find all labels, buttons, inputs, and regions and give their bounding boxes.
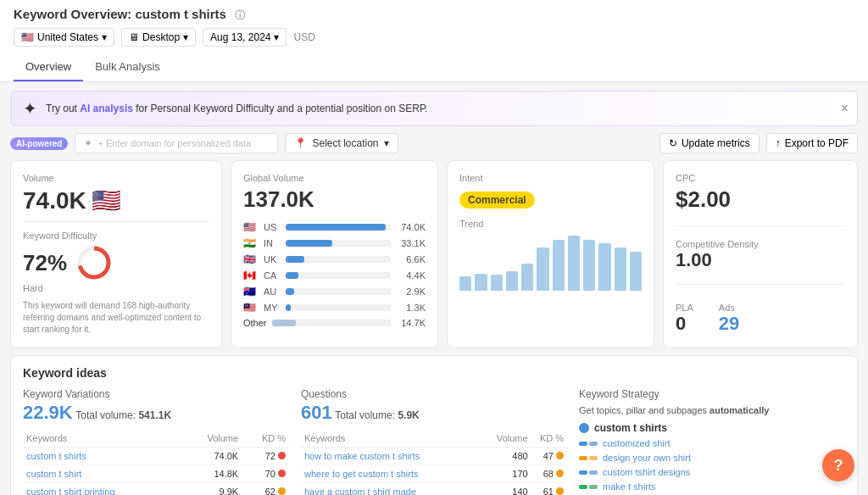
close-banner-button[interactable]: × [841,101,849,116]
keyword-link[interactable]: have a custom t shirt made [304,487,416,495]
intent-badge: Commercial [459,192,535,209]
keyword-cell: custom t shirt [23,465,183,483]
strategy-link[interactable]: custom tshirt designs [603,467,690,477]
kd-cell: 47 [531,448,567,465]
col-header-kd: KD % [531,431,567,448]
kd-dot [278,470,286,477]
bar-background [286,256,391,263]
kd-cell: 70 [242,465,289,483]
bar-background [286,224,391,231]
kd-row: 72% [23,244,209,281]
tab-bulk-analysis[interactable]: Bulk Analysis [83,53,172,81]
strategy-color-bars [579,485,598,489]
date-filter[interactable]: Aug 13, 2024 ▾ [203,28,287,47]
strategy-item: design your own shirt [579,453,845,463]
refresh-icon: ↻ [669,137,677,149]
update-metrics-button[interactable]: ↻ Update metrics [659,133,760,153]
country-flag-icon: 🇲🇾 [243,302,259,314]
domain-input[interactable]: ✦ + Enter domain for personalized data [75,133,278,153]
ideas-grid: Keyword Variations 22.9K Total volume: 5… [23,388,845,495]
global-volume-label: Global Volume [243,173,426,183]
questions-col: Questions 601 Total volume: 5.9K Keyword… [301,388,567,495]
strategy-link[interactable]: customized shirt [603,438,670,448]
strategy-link[interactable]: make t shirts [603,481,655,492]
color-bar-1 [579,485,587,489]
cpc-card: CPC $2.00 Competitive Density 1.00 PLA 0… [663,160,858,348]
ideas-title: Keyword ideas [23,366,845,380]
chevron-down-icon: ▾ [384,137,389,149]
location-select-label: Select location [312,137,378,149]
location-filter[interactable]: 🇺🇸 United States ▾ [14,28,114,47]
trend-bar [506,271,518,291]
kd-cell: 68 [531,465,567,483]
keyword-cell: have a custom t shirt made [301,483,487,496]
color-bar-1 [579,456,587,460]
currency-label: USD [293,31,314,43]
ai-banner-text: Try out AI analysis for Personal Keyword… [46,103,428,114]
volume-label: Volume [23,173,209,183]
location-select[interactable]: 📍 Select location ▾ [285,133,398,153]
trend-bar [553,240,565,291]
trend-chart [459,236,642,291]
bar-value: 1.3K [396,303,426,313]
volume-cell: 14.8K [183,465,242,483]
keyword-link[interactable]: custom t shirt printing [26,487,115,495]
bar-background [286,272,391,279]
ai-powered-badge: AI-powered [10,137,68,150]
trend-bar [475,274,487,291]
col-header-volume: Volume [487,431,531,448]
strategy-item: make t shirts [579,481,845,492]
other-label: Other [243,318,267,328]
ai-analysis-link[interactable]: AI analysis [80,103,133,114]
ads-section: Ads 29 [719,303,739,336]
country-code: AU [264,286,281,297]
export-pdf-button[interactable]: ↑ Export to PDF [766,133,858,153]
kd-cell: 62 [242,483,289,496]
title-prefix: Keyword Overview: [14,7,131,21]
header: Keyword Overview: custom t shirts ⓘ 🇺🇸 U… [0,0,868,82]
table-row: custom t shirt printing 9.9K 62 [23,483,289,496]
country-bar-row: 🇺🇸 US 74.0K [243,221,426,233]
trend-bar [459,276,471,291]
trend-bar [630,252,642,291]
kd-label: Keyword Difficulty [23,231,209,241]
questions-title: Questions [301,388,567,400]
pla-section: PLA 0 [676,303,693,336]
info-icon[interactable]: ⓘ [235,9,245,21]
table-row: how to make custom t shirts 480 47 [301,448,567,465]
keyword-link[interactable]: custom t shirt [26,469,81,479]
volume-kd-card: Volume 74.0K 🇺🇸 Keyword Difficulty 72% H… [10,160,222,348]
strategy-items: customized shirt design your own shirt c… [579,438,845,495]
metrics-grid: Volume 74.0K 🇺🇸 Keyword Difficulty 72% H… [0,160,868,355]
domain-placeholder: + Enter domain for personalized data [97,138,251,148]
keyword-link[interactable]: how to make custom t shirts [304,451,420,461]
other-bar-bg [272,320,391,326]
questions-total: Total volume: 5.9K [335,409,419,421]
tab-overview[interactable]: Overview [14,53,83,81]
help-button[interactable]: ? [822,449,854,481]
strategy-link[interactable]: design your own shirt [603,453,691,463]
volume-cell: 74.0K [183,448,242,465]
bar-fill [286,272,298,279]
intent-label: Intent [459,173,642,183]
bar-fill [286,304,291,311]
variations-title: Keyword Variations [23,388,289,400]
variations-total: Total volume: 541.1K [75,409,171,421]
keyword-link[interactable]: custom t shirts [26,451,86,461]
col-header-keywords: Keywords [23,431,183,448]
color-bar-1 [579,470,587,475]
trend-bar [568,236,580,291]
country-flag-icon: 🇺🇸 [243,221,259,233]
intent-trend-card: Intent Commercial Trend [447,160,654,348]
strategy-desc: Get topics, pillar and subpages automati… [579,405,845,415]
keyword-link[interactable]: where to get custom t shirts [304,469,419,479]
country-bar-row: 🇦🇺 AU 2.9K [243,286,426,298]
bar-background [286,304,391,311]
chevron-down-icon: ▾ [274,31,279,43]
device-filter[interactable]: 🖥 Desktop ▾ [121,28,196,47]
competitive-density-value: 1.00 [676,249,845,271]
bar-background [286,288,391,295]
strategy-main-item: custom t shirts [579,422,845,434]
trend-bar [521,264,533,292]
col-header-kd: KD % [242,431,289,448]
